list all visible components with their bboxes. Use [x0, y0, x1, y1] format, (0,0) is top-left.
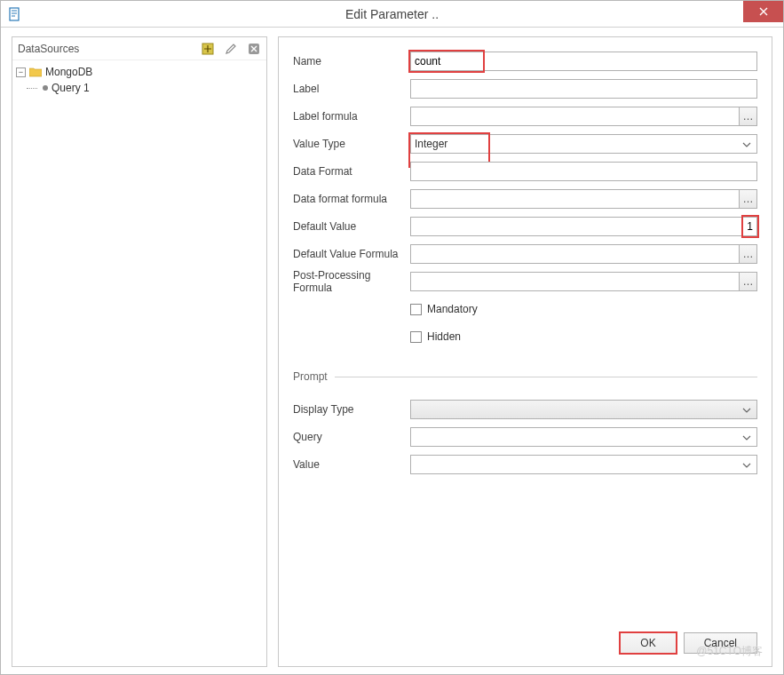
post-processing-formula-input[interactable]	[410, 272, 739, 291]
default-value-formula-input[interactable]	[410, 244, 739, 264]
prompt-query-select[interactable]	[410, 427, 757, 447]
data-format-input[interactable]	[410, 162, 757, 181]
prompt-section-separator: Prompt	[293, 370, 757, 383]
chevron-down-icon	[742, 431, 751, 443]
edit-datasource-button[interactable]	[224, 42, 238, 56]
data-format-label: Data Format	[293, 165, 410, 178]
datasources-tree: − MongoDB Query 1	[12, 60, 266, 666]
chevron-down-icon	[742, 403, 751, 416]
default-value-formula-browse-button[interactable]: …	[739, 244, 757, 264]
parameter-form: Name Label Label formula	[293, 52, 757, 474]
hidden-label: Hidden	[427, 330, 461, 343]
dialog-buttons: OK Cancel	[620, 632, 757, 654]
data-format-formula-input[interactable]	[410, 189, 739, 209]
data-format-formula-browse-button[interactable]: …	[739, 189, 757, 209]
ok-button[interactable]: OK	[620, 632, 676, 654]
name-label: Name	[293, 55, 410, 68]
hidden-checkbox[interactable]	[410, 331, 422, 343]
tree-label: MongoDB	[45, 66, 92, 78]
chevron-down-icon	[742, 458, 751, 471]
titlebar: Edit Parameter ..	[1, 1, 783, 28]
datasources-title: DataSources	[18, 43, 201, 55]
value-type-value: Integer	[415, 138, 447, 150]
chevron-down-icon	[742, 138, 751, 150]
pencil-icon	[225, 43, 237, 55]
add-icon	[202, 43, 214, 55]
value-type-select[interactable]: Integer	[410, 134, 757, 154]
app-icon	[8, 7, 22, 21]
post-processing-formula-browse-button[interactable]: …	[739, 272, 757, 291]
label-formula-input[interactable]	[410, 107, 739, 126]
value-type-label: Value Type	[293, 138, 410, 150]
prompt-section-label: Prompt	[293, 370, 328, 383]
dialog-body: DataSources −	[1, 28, 783, 674]
mandatory-label: Mandatory	[427, 303, 478, 315]
data-format-formula-label: Data format formula	[293, 193, 410, 205]
window-title: Edit Parameter ..	[345, 7, 439, 21]
name-input[interactable]	[410, 52, 757, 71]
dialog-window: Edit Parameter .. DataSources	[0, 0, 784, 675]
mandatory-checkbox[interactable]	[410, 304, 422, 315]
cancel-button[interactable]: Cancel	[684, 632, 757, 654]
default-value-label: Default Value	[293, 220, 410, 233]
datasources-panel: DataSources −	[12, 36, 267, 667]
tree-label: Query 1	[51, 82, 90, 94]
display-type-select[interactable]	[410, 400, 757, 419]
delete-icon	[248, 43, 260, 55]
close-icon	[759, 7, 768, 16]
bullet-icon	[43, 85, 48, 91]
close-button[interactable]	[743, 1, 783, 22]
tree-collapse-icon[interactable]: −	[16, 68, 26, 77]
prompt-value-select[interactable]	[410, 455, 757, 474]
default-value-formula-label: Default Value Formula	[293, 248, 410, 260]
svg-rect-0	[10, 8, 19, 20]
display-type-label: Display Type	[293, 403, 410, 416]
parameter-form-panel: Name Label Label formula	[278, 36, 772, 667]
label-formula-label: Label formula	[293, 110, 410, 123]
label-label: Label	[293, 83, 410, 95]
default-value-input[interactable]	[410, 217, 757, 236]
prompt-query-label: Query	[293, 431, 410, 443]
tree-item-mongodb[interactable]: − MongoDB	[16, 64, 263, 80]
label-formula-browse-button[interactable]: …	[739, 107, 757, 126]
datasources-header: DataSources	[12, 37, 266, 60]
post-processing-formula-label: Post-Processing Formula	[293, 269, 410, 294]
label-input[interactable]	[410, 79, 757, 99]
tree-item-query1[interactable]: Query 1	[16, 80, 263, 96]
delete-datasource-button[interactable]	[247, 42, 261, 56]
add-datasource-button[interactable]	[201, 42, 215, 56]
prompt-value-label: Value	[293, 458, 410, 471]
folder-icon	[29, 67, 42, 77]
